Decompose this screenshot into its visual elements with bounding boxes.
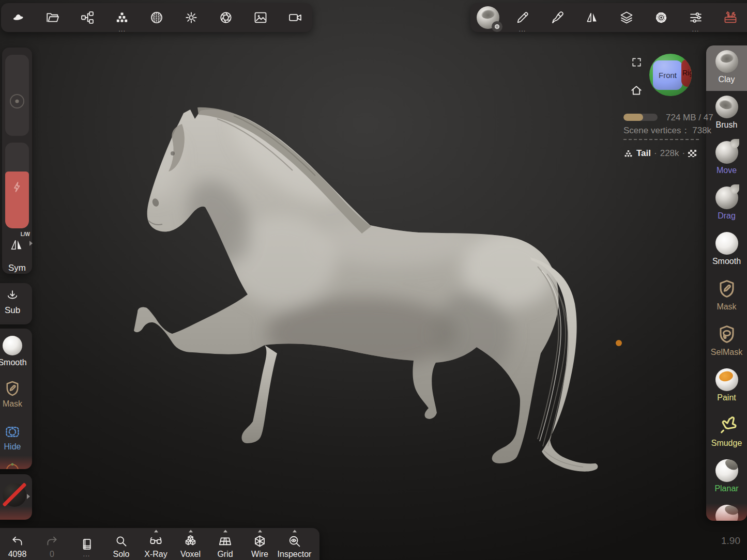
wireframe-icon — [253, 534, 267, 548]
settings-gear-icon — [654, 10, 668, 25]
brush-label: Move — [716, 166, 737, 175]
symmetry-button[interactable] — [574, 3, 609, 32]
mask-shield-icon — [716, 277, 737, 300]
sliders-icon — [689, 10, 703, 25]
mask-shield-icon — [4, 380, 21, 397]
caret-up-icon — [293, 530, 297, 533]
smooth-ball-icon — [3, 336, 22, 355]
brush-move[interactable]: Move — [706, 136, 747, 182]
radius-slider[interactable] — [5, 55, 29, 136]
topology-button[interactable]: ... — [105, 3, 140, 32]
matcap-button[interactable] — [140, 3, 174, 32]
material-ball-icon — [477, 6, 499, 29]
orientation-gizmo[interactable]: Front Right — [649, 54, 692, 96]
redo-count: 0 — [50, 550, 54, 558]
toggle-inspector[interactable]: Inspector — [277, 528, 312, 560]
layers-button[interactable] — [609, 3, 644, 32]
redo-icon — [45, 534, 59, 548]
quick-tool-mask[interactable]: Mask — [0, 380, 32, 408]
brush-smooth[interactable]: Smooth — [706, 227, 747, 273]
brush-drag[interactable]: Drag — [706, 182, 747, 227]
quick-tool-smooth[interactable]: Smooth — [0, 336, 32, 367]
paintbrush-icon — [550, 10, 565, 25]
expand-arrow-icon[interactable] — [27, 494, 30, 499]
gizmo-shading — [649, 54, 692, 96]
lighting-button[interactable] — [174, 3, 208, 32]
expand-arrow-icon[interactable] — [29, 241, 33, 246]
more-indicator: ... — [105, 28, 140, 30]
brush-label: SelMask — [711, 348, 742, 356]
stroke-pen-button[interactable]: ... — [505, 3, 540, 32]
lightning-icon — [11, 181, 23, 193]
material-button[interactable] — [470, 3, 505, 32]
voxel-cubes-icon — [184, 534, 197, 548]
fullscreen-icon[interactable] — [631, 56, 643, 68]
partial-brush-icon — [715, 505, 738, 521]
toggle-grid[interactable]: Grid — [208, 528, 242, 560]
radius-handle-icon[interactable] — [10, 94, 24, 108]
caret-up-icon — [189, 530, 193, 533]
selected-layer-row[interactable]: Tail · 228k · — [623, 148, 696, 159]
paint-brush-icon — [715, 368, 738, 391]
scene-graph-button[interactable] — [70, 3, 105, 32]
voxel-pyramid-icon — [115, 10, 129, 25]
quick-tool-label: Hide — [4, 443, 21, 451]
history-notes-button[interactable]: ... — [69, 528, 104, 560]
layer-vertex-count: 228k — [660, 148, 679, 159]
video-camera-icon — [288, 10, 302, 25]
toggle-voxel[interactable]: Voxel — [173, 528, 208, 560]
subdivide-button[interactable]: Sub — [0, 288, 32, 315]
scene-vertices-label: Scene vertices： — [623, 126, 690, 135]
interface-sliders-button[interactable]: ... — [678, 3, 713, 32]
main-toolbar-left: ... — [1, 3, 312, 32]
brush-mask[interactable]: Mask — [706, 273, 747, 318]
brush-selmask[interactable]: SelMask — [706, 318, 747, 364]
smudge-hand-icon — [716, 414, 738, 437]
scene-graph-icon — [80, 10, 95, 25]
intensity-slider[interactable] — [5, 143, 29, 228]
toggle-xray[interactable]: X-Ray — [139, 528, 173, 560]
brush-next-partial[interactable] — [706, 500, 747, 521]
undo-button[interactable]: 4098 — [0, 528, 35, 560]
selmask-shield-icon — [716, 323, 737, 346]
home-view-icon[interactable] — [630, 84, 643, 97]
toggle-label: Wire — [251, 550, 268, 558]
brush-label: Brush — [716, 121, 738, 129]
toolbox-button[interactable] — [713, 3, 747, 32]
undo-icon — [10, 534, 24, 548]
inspector-eye-icon — [287, 534, 301, 548]
background-button[interactable] — [243, 3, 278, 32]
brush-label: Smooth — [712, 257, 741, 266]
brush-paint[interactable]: Paint — [706, 364, 747, 409]
scene-vertices-text: Scene vertices： 738k — [623, 125, 711, 136]
alpha-checker-icon — [688, 150, 696, 157]
memory-progress-bar — [623, 114, 658, 121]
notebook-icon — [80, 537, 94, 551]
grid-plane-icon — [218, 534, 232, 548]
gizmo-tool-icon[interactable] — [4, 463, 21, 469]
camera-button[interactable] — [278, 3, 312, 32]
brush-planar[interactable]: Planar — [706, 455, 747, 500]
toggle-solo[interactable]: Solo — [104, 528, 139, 560]
symmetry-toggle[interactable]: L/W Sym — [2, 232, 32, 272]
brush-clay[interactable]: Clay — [706, 45, 747, 91]
settings-button[interactable] — [644, 3, 678, 32]
intensity-fill — [5, 172, 29, 228]
main-toolbar-right: ... — [470, 3, 747, 32]
quick-tool-hide[interactable]: Hide — [0, 424, 32, 451]
clay-brush-icon — [715, 50, 738, 73]
material-gear-badge-icon — [492, 21, 502, 32]
brush-label: Mask — [716, 303, 736, 311]
viewport-toolbar: 4098 0 ... Solo X-Ray — [0, 528, 319, 560]
toggle-label: Voxel — [180, 550, 201, 558]
redo-button[interactable]: 0 — [35, 528, 69, 560]
subdivide-arrow-icon — [5, 288, 20, 303]
paint-settings-button[interactable] — [540, 3, 574, 32]
no-material-icon[interactable] — [3, 483, 26, 507]
files-button[interactable] — [36, 3, 70, 32]
toggle-label: Grid — [217, 550, 233, 558]
brush-smudge[interactable]: Smudge — [706, 409, 747, 455]
app-logo-button[interactable] — [1, 3, 36, 32]
postprocess-button[interactable] — [208, 3, 243, 32]
toggle-wire[interactable]: Wire — [242, 528, 277, 560]
